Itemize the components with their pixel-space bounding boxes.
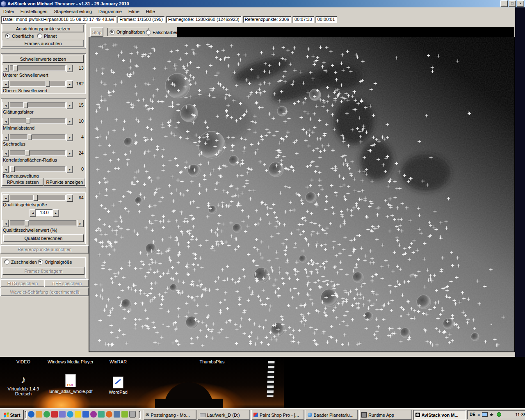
slider-thumb[interactable]	[25, 150, 30, 156]
slider-decrement-icon[interactable]: ◄	[2, 118, 9, 125]
slider-increment-icon[interactable]: ►	[66, 150, 73, 157]
frame-expansion-slider[interactable]: ◄ ► 0	[2, 166, 84, 172]
slider-thumb[interactable]	[33, 195, 38, 201]
quicklaunch-divider[interactable]	[25, 411, 27, 419]
slider-thumb[interactable]	[25, 220, 29, 226]
menu-einstellungen[interactable]: Einstellungen	[17, 9, 51, 14]
menu-diagramme[interactable]: Diagramme	[95, 9, 125, 14]
task-button-posteingang[interactable]: ✉ Posteingang - Mo...	[144, 410, 196, 420]
task-area-divider[interactable]	[139, 411, 141, 419]
slider-decrement-icon[interactable]: ◄	[2, 220, 9, 227]
slider-increment-icon[interactable]: ►	[66, 65, 73, 72]
quicklaunch-icon-11[interactable]	[106, 411, 112, 418]
slider-decrement-icon[interactable]: ◄	[2, 102, 9, 109]
menu-datei[interactable]: Datei	[0, 9, 17, 14]
quality-threshold-slider[interactable]: ◄ ►	[2, 220, 84, 226]
task-button-laufwerk-d[interactable]: Laufwerk_D (D:)	[198, 410, 251, 420]
slider-increment-icon[interactable]: ►	[77, 220, 84, 227]
show-rpoints-button[interactable]: RPunkte anzeigen	[44, 178, 85, 186]
quicklaunch-icon-2[interactable]	[36, 411, 42, 418]
slider-track[interactable]	[10, 166, 66, 172]
set-rpoints-button[interactable]: RPunkte setzen	[2, 178, 43, 186]
slider-decrement-icon[interactable]: ◄	[2, 194, 9, 202]
slider-increment-icon[interactable]: ►	[66, 194, 73, 202]
slider-thumb[interactable]	[13, 65, 18, 71]
slider-increment-icon[interactable]: ►	[66, 118, 73, 125]
slider-decrement-icon[interactable]: ◄	[2, 150, 9, 157]
quicklaunch-icon-3[interactable]	[43, 411, 50, 418]
slider-decrement-icon[interactable]: ◄	[2, 80, 9, 88]
start-button[interactable]: Start	[1, 410, 24, 420]
task-button-runtime-app[interactable]: Runtime App	[359, 410, 412, 420]
slider-thumb[interactable]	[10, 166, 15, 172]
planet-radio[interactable]: Planet	[37, 33, 57, 39]
min-distance-slider[interactable]: ◄ ► 10	[2, 118, 84, 124]
surface-radio[interactable]: Oberfläche	[5, 33, 34, 39]
correlation-radius-slider[interactable]: ◄ ► 24	[2, 150, 84, 156]
slider-increment-icon[interactable]: ►	[66, 102, 73, 109]
menu-filme[interactable]: Filme	[125, 9, 143, 14]
quicklaunch-icon-6[interactable]	[67, 411, 73, 418]
task-button-avistack[interactable]: AviStack von M...	[413, 410, 466, 420]
slider-track[interactable]	[10, 65, 66, 71]
virtualdub-label[interactable]: Virtualdub 1.4.9 Deutsch	[8, 386, 39, 396]
status-icon[interactable]	[497, 412, 501, 417]
slider-track[interactable]	[10, 81, 66, 87]
upper-threshold-slider[interactable]: ◄ ► 182	[2, 80, 84, 87]
save-fits-button[interactable]: FITS speichern	[0, 279, 45, 287]
quality-spinner-value[interactable]: 13.0	[35, 209, 53, 216]
slider-decrement-icon[interactable]: ◄	[2, 65, 9, 72]
language-indicator[interactable]: DE	[470, 412, 475, 417]
false-colors-radio[interactable]: Falschfarben	[146, 30, 179, 35]
slider-decrement-icon[interactable]: ◄	[2, 166, 9, 173]
virtualdub-icon[interactable]: ♪	[17, 373, 30, 386]
quicklaunch-icon-8[interactable]	[82, 411, 89, 418]
slider-increment-icon[interactable]: ►	[66, 80, 73, 88]
slider-increment-icon[interactable]: ►	[66, 166, 73, 173]
display-icon[interactable]	[482, 412, 488, 417]
lower-threshold-slider[interactable]: ◄ ► 13	[2, 65, 84, 71]
set-alignment-points-button[interactable]: Ausrichtungspunkte setzen	[2, 25, 84, 32]
crop-radio[interactable]: Zuschneiden	[4, 259, 37, 265]
smoothing-slider[interactable]: ◄ ► 15	[2, 102, 84, 108]
minimize-button[interactable]: _	[500, 0, 508, 7]
quicklaunch-icon-9[interactable]	[90, 411, 97, 418]
search-radius-slider[interactable]: ◄ ► 4	[2, 134, 84, 140]
desktop-icon-label-video[interactable]: VIDEO	[16, 359, 30, 364]
pdf-label[interactable]: lunar_atlas_whole.pdf	[48, 389, 92, 394]
slider-track[interactable]	[10, 134, 66, 140]
tray-chevron-icon[interactable]: «	[477, 412, 480, 417]
desktop-icon-label-thumbsplus[interactable]: ThumbsPlus	[199, 359, 224, 364]
save-tiff-button[interactable]: TIFF speichern	[44, 279, 89, 287]
stack-frames-button[interactable]: Frames überlagern	[2, 267, 84, 275]
set-thresholds-button[interactable]: Schwellenwerte setzen	[2, 55, 84, 63]
align-frames-button[interactable]: Frames ausrichten	[2, 40, 84, 47]
close-button[interactable]: ×	[517, 0, 524, 7]
align-refpoints-button[interactable]: Referenzpunkte ausrichten	[0, 245, 89, 253]
slider-track[interactable]	[10, 220, 76, 226]
task-button-baader-planetarium[interactable]: Baader Planetariu...	[306, 410, 358, 420]
menu-stapelverarbeitung[interactable]: Stapelverarbeitung	[51, 9, 95, 14]
slider-track[interactable]	[10, 102, 66, 108]
slider-thumb[interactable]	[27, 134, 32, 140]
quicklaunch-icon-14[interactable]	[129, 411, 136, 418]
wavelet-sharpen-button[interactable]: Wavelet-Schärfung (experimentell)	[0, 288, 89, 296]
title-bar[interactable]: AviStack von Michael Theusner - v1.81 - …	[0, 0, 525, 7]
quicklaunch-icon-1[interactable]	[28, 411, 34, 418]
compute-quality-button[interactable]: Qualität berechnen	[3, 234, 84, 242]
quicklaunch-icon-4[interactable]	[51, 411, 58, 418]
moon-image[interactable]	[89, 37, 514, 352]
desktop-icon-label-winrar[interactable]: WinRAR	[110, 359, 127, 364]
menu-hilfe[interactable]: Hilfe	[143, 9, 158, 14]
original-colors-radio[interactable]: Originalfarben	[110, 30, 145, 35]
task-button-paint-shop-pro[interactable]: Paint Shop Pro - [...	[251, 410, 304, 420]
slider-increment-icon[interactable]: ►	[66, 134, 73, 141]
slider-thumb[interactable]	[26, 118, 30, 124]
slider-thumb[interactable]	[23, 102, 28, 108]
slider-thumb[interactable]	[46, 81, 50, 87]
clock[interactable]: 11:35	[515, 412, 525, 417]
pdf-file-icon[interactable]: PDF	[65, 374, 76, 387]
quicklaunch-icon-7[interactable]	[75, 411, 81, 418]
restore-button[interactable]: □	[509, 0, 516, 7]
slider-track[interactable]	[10, 150, 66, 156]
